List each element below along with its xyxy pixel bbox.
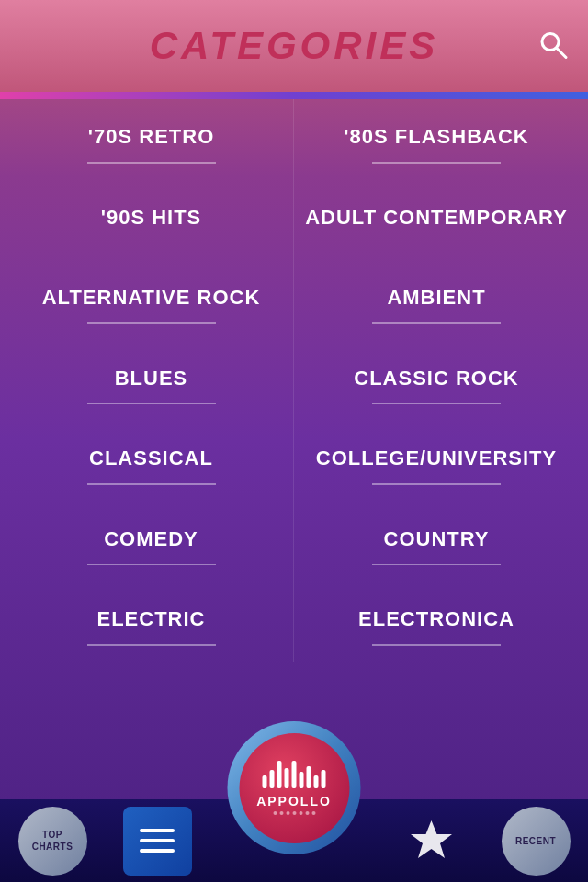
category-underline-90s-hits (87, 243, 216, 244)
category-label-80s-flashback: '80S FLASHBACK (344, 125, 528, 149)
bar1 (263, 775, 267, 788)
svg-line-1 (557, 49, 566, 58)
category-item-country[interactable]: COUNTRY (294, 502, 579, 582)
category-underline-adult-contemporary (372, 243, 501, 244)
dot7 (311, 811, 315, 815)
category-label-college-university: COLLEGE/UNIVERSITY (316, 447, 557, 470)
category-label-electric: ELECTRIC (97, 607, 206, 631)
category-label-adult-contemporary: ADULT CONTEMPORARY (305, 206, 568, 230)
star-icon (406, 816, 457, 866)
category-underline-comedy (87, 564, 216, 566)
category-item-alternative-rock[interactable]: ALTERNATIVE ROCK (9, 260, 294, 341)
category-item-ambient[interactable]: AMBIENT (294, 260, 579, 341)
category-item-blues[interactable]: BLUES (9, 341, 294, 422)
category-underline-classical (87, 483, 216, 485)
dot3 (286, 811, 289, 815)
category-label-classic-rock: CLASSIC ROCK (354, 367, 518, 390)
category-underline-country (372, 564, 501, 566)
category-label-90s-hits: '90S HITS (101, 206, 202, 230)
bar6 (300, 772, 304, 788)
bar9 (322, 770, 326, 788)
bar2 (270, 770, 275, 788)
bar8 (314, 775, 319, 788)
category-underline-80s-flashback (372, 162, 501, 164)
favorites-button[interactable] (397, 807, 466, 876)
category-item-electric[interactable]: ELECTRIC (9, 582, 294, 662)
menu-icon-line2 (140, 839, 175, 842)
category-item-adult-contemporary[interactable]: ADULT CONTEMPORARY (294, 180, 579, 261)
dot4 (292, 811, 296, 815)
recent-label: RECENT (515, 836, 556, 846)
category-label-electronica: ELECTRONICA (358, 607, 514, 631)
category-label-70s-retro: '70S RETRO (88, 125, 215, 149)
search-button[interactable] (537, 28, 570, 64)
appollo-dots (273, 811, 315, 815)
appollo-label: APPOLLO (256, 794, 332, 808)
category-item-classical[interactable]: CLASSICAL (9, 421, 294, 502)
category-item-70s-retro[interactable]: '70S RETRO (9, 99, 294, 180)
dot6 (305, 811, 309, 815)
dot1 (273, 811, 277, 815)
category-item-electronica[interactable]: ELECTRONICA (294, 582, 579, 662)
bar7 (307, 766, 311, 788)
appollo-button[interactable]: APPOLLO (228, 721, 361, 854)
appollo-outer-ring: APPOLLO (228, 721, 361, 854)
svg-marker-2 (411, 820, 452, 858)
recent-button[interactable]: RECENT (502, 807, 571, 876)
menu-icon-line3 (140, 849, 175, 853)
category-item-college-university[interactable]: COLLEGE/UNIVERSITY (294, 421, 579, 502)
appollo-bars (263, 761, 326, 788)
category-label-ambient: AMBIENT (387, 286, 485, 310)
menu-icon-line1 (140, 829, 175, 832)
appollo-inner-circle: APPOLLO (239, 733, 349, 843)
category-label-alternative-rock: ALTERNATIVE ROCK (42, 286, 261, 310)
category-label-blues: BLUES (115, 367, 188, 390)
dot5 (299, 811, 302, 815)
bar4 (285, 768, 289, 788)
search-icon (537, 28, 570, 62)
header: CATEGORIES (0, 0, 588, 92)
page-title: CATEGORIES (150, 24, 439, 68)
top-charts-label: TOPCHARTS (32, 829, 74, 853)
menu-button[interactable] (123, 807, 192, 876)
dot2 (279, 811, 283, 815)
category-item-80s-flashback[interactable]: '80S FLASHBACK (294, 99, 579, 180)
category-underline-blues (87, 403, 216, 405)
category-underline-ambient (372, 322, 501, 324)
categories-grid: '70S RETRO '80S FLASHBACK '90S HITS ADUL… (0, 99, 588, 662)
category-underline-alternative-rock (87, 322, 216, 324)
category-underline-college-university (372, 483, 501, 485)
category-underline-electric (87, 644, 216, 646)
category-item-classic-rock[interactable]: CLASSIC ROCK (294, 341, 579, 422)
category-underline-electronica (372, 644, 501, 646)
category-item-90s-hits[interactable]: '90S HITS (9, 180, 294, 261)
bar5 (292, 761, 297, 788)
category-underline-classic-rock (372, 403, 501, 405)
category-underline-70s-retro (87, 162, 216, 164)
category-label-country: COUNTRY (384, 527, 490, 551)
category-label-classical: CLASSICAL (89, 447, 213, 470)
top-charts-button[interactable]: TOPCHARTS (18, 807, 87, 876)
category-item-comedy[interactable]: COMEDY (9, 502, 294, 582)
category-label-comedy: COMEDY (104, 527, 198, 551)
bar3 (277, 761, 282, 788)
header-divider (0, 92, 588, 99)
